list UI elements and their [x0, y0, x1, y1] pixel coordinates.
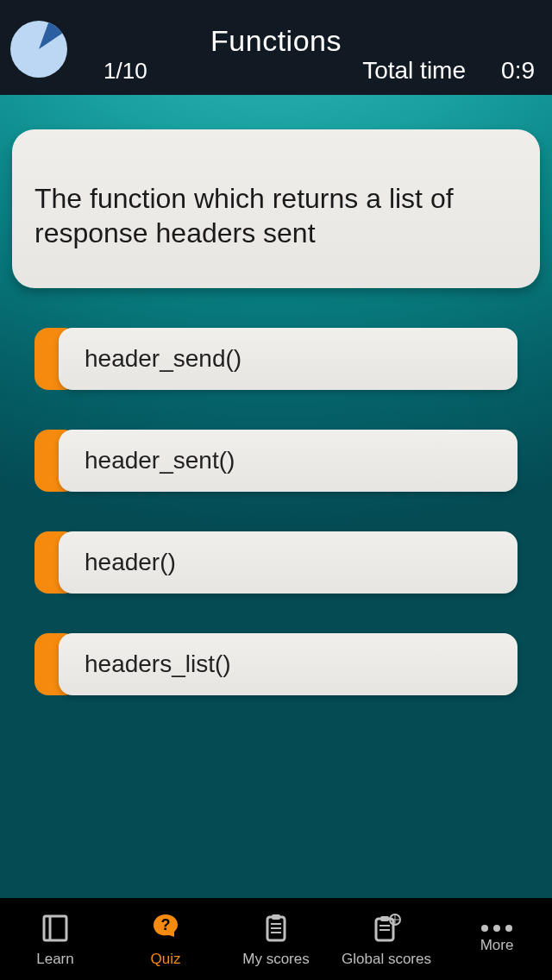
answer-text: headers_list(): [85, 650, 231, 678]
answer-text: header_send(): [85, 345, 242, 373]
svg-rect-5: [272, 914, 280, 920]
total-time-value: 0:9: [501, 57, 535, 85]
tab-label: My scores: [242, 951, 309, 968]
question-counter: 1/10: [104, 58, 147, 85]
book-icon: [38, 911, 72, 945]
tab-label: More: [480, 937, 514, 954]
quiz-area: The function which returns a list of res…: [0, 95, 552, 898]
clipboard-globe-icon: [369, 911, 404, 945]
tab-label: Quiz: [151, 951, 181, 968]
answer-list: header_send() header_sent() header() hea…: [34, 328, 518, 735]
tab-global-scores[interactable]: Global scores: [331, 898, 442, 980]
answer-option[interactable]: headers_list(): [34, 633, 518, 695]
tab-label: Learn: [36, 951, 73, 968]
question-text: The function which returns a list of res…: [34, 183, 454, 248]
total-time-label: Total time: [362, 57, 466, 85]
question-head-icon: ?: [148, 911, 183, 945]
tab-my-scores[interactable]: My scores: [221, 898, 331, 980]
svg-rect-10: [380, 916, 389, 921]
answer-text: header(): [85, 549, 176, 576]
clipboard-icon: [259, 911, 293, 945]
answer-option[interactable]: header(): [34, 531, 518, 594]
tab-more[interactable]: More: [442, 898, 552, 980]
tab-quiz[interactable]: ? Quiz: [110, 898, 221, 980]
answer-text: header_sent(): [85, 447, 235, 474]
tab-bar: Learn ? Quiz My scores Global scores Mor…: [0, 898, 552, 980]
tab-learn[interactable]: Learn: [0, 898, 110, 980]
svg-text:?: ?: [161, 916, 171, 933]
ellipsis-icon: [481, 925, 512, 932]
tab-label: Global scores: [342, 951, 431, 968]
question-card: The function which returns a list of res…: [12, 129, 540, 288]
answer-option[interactable]: header_sent(): [34, 430, 518, 492]
answer-option[interactable]: header_send(): [34, 328, 518, 390]
svg-rect-1: [44, 916, 66, 940]
app-header: Functions 1/10 Total time 0:9: [0, 0, 552, 95]
page-title: Functions: [0, 24, 552, 58]
